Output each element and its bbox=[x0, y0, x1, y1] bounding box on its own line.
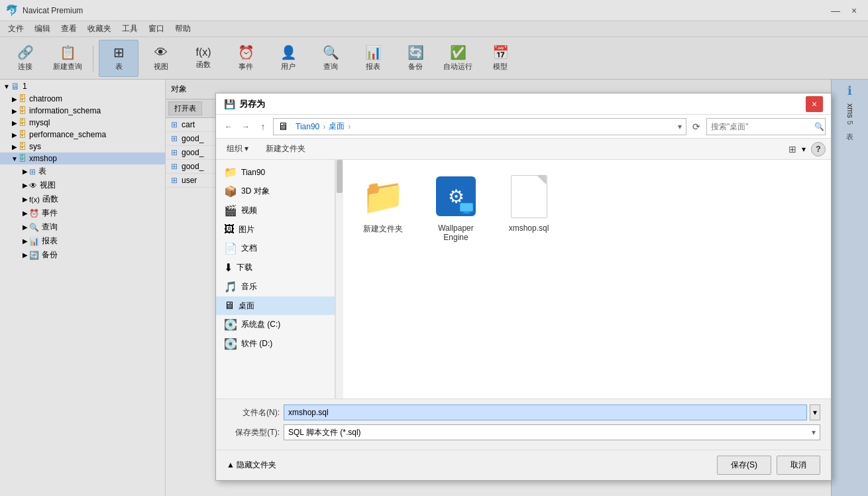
file-item-xmshop-sql[interactable]: xmshop.sql bbox=[502, 173, 555, 233]
nav-item-tian90[interactable]: 📁 Tian90 bbox=[216, 162, 335, 182]
filetype-dropdown-arrow: ▾ bbox=[812, 428, 816, 437]
address-folder-icon: 🖥 bbox=[278, 121, 288, 133]
new-folder-button[interactable]: 新建文件夹 bbox=[259, 142, 312, 156]
nav-item-pictures[interactable]: 🖼 图片 bbox=[216, 220, 335, 239]
hide-panel-button[interactable]: ▲ 隐藏文件夹 bbox=[227, 460, 276, 471]
nav-item-music[interactable]: 🎵 音乐 bbox=[216, 277, 335, 296]
sql-file-icon bbox=[511, 175, 547, 218]
filename-field: 文件名(N): ▾ bbox=[227, 404, 820, 420]
wallpaper-engine-icon: ⚙ bbox=[436, 176, 476, 216]
filename-dropdown-arrow: ▾ bbox=[810, 404, 820, 420]
nav-pictures-icon: 🖼 bbox=[224, 223, 235, 235]
nav-desktop-icon: 🖥 bbox=[224, 300, 235, 312]
save-dialog: 💾 另存为 × ← → ↑ 🖥 Tian90 › 桌面 › ▾ ⟳ 🔍 组织 ▾ bbox=[215, 93, 832, 481]
file-item-wallpaper-engine[interactable]: ⚙ Wallpaper Engine bbox=[429, 173, 482, 242]
nav-3d-icon: 📦 bbox=[224, 185, 237, 198]
file-label-xmshop-sql: xmshop.sql bbox=[509, 223, 549, 233]
search-input[interactable] bbox=[707, 122, 814, 131]
search-box: 🔍 bbox=[706, 118, 826, 135]
nav-item-c-drive[interactable]: 💽 系统盘 (C:) bbox=[216, 315, 335, 334]
address-bar: 🖥 Tian90 › 桌面 › ▾ bbox=[273, 118, 686, 135]
file-label-new-folder: 新建文件夹 bbox=[363, 223, 403, 235]
dialog-toolbar: 组织 ▾ 新建文件夹 ⊞ ▾ ? bbox=[216, 139, 831, 160]
crumb-desktop[interactable]: 桌面 bbox=[327, 121, 347, 132]
nav-tian90-icon: 📁 bbox=[224, 166, 237, 178]
nav-documents-icon: 📄 bbox=[224, 242, 237, 255]
svg-rect-0 bbox=[460, 203, 473, 212]
dialog-close-button[interactable]: × bbox=[806, 96, 823, 112]
address-crumb: Tian90 › 桌面 › bbox=[294, 121, 351, 132]
dialog-bottom-fields: 文件名(N): ▾ 保存类型(T): SQL 脚本文件 (*.sql) ▾ bbox=[216, 399, 831, 450]
nav-item-3d[interactable]: 📦 3D 对象 bbox=[216, 182, 335, 201]
dialog-title-text: 另存为 bbox=[239, 98, 806, 110]
svg-rect-1 bbox=[464, 212, 469, 213]
filetype-field: 保存类型(T): SQL 脚本文件 (*.sql) ▾ bbox=[227, 424, 820, 440]
nav-item-desktop[interactable]: 🖥 桌面 bbox=[216, 296, 335, 315]
dialog-body: 📁 Tian90 📦 3D 对象 🎬 视频 🖼 图片 📄 文档 ⬇ 下载 bbox=[216, 160, 831, 399]
filetype-label: 保存类型(T): bbox=[227, 427, 280, 438]
folder-icon: 📁 bbox=[362, 176, 405, 217]
nav-back-button[interactable]: ← bbox=[221, 119, 236, 134]
filetype-dropdown[interactable]: SQL 脚本文件 (*.sql) ▾ bbox=[284, 424, 820, 440]
nav-d-drive-icon: 💽 bbox=[224, 338, 237, 350]
nav-downloads-icon: ⬇ bbox=[224, 261, 233, 274]
nav-item-d-drive[interactable]: 💽 软件 (D:) bbox=[216, 334, 335, 353]
crumb-tian90[interactable]: Tian90 bbox=[294, 122, 321, 131]
nav-video-icon: 🎬 bbox=[224, 204, 237, 217]
scrollbar-thumb bbox=[337, 160, 343, 193]
address-dropdown-arrow[interactable]: ▾ bbox=[678, 122, 682, 131]
filename-label: 文件名(N): bbox=[227, 407, 280, 418]
nav-c-drive-icon: 💽 bbox=[224, 318, 237, 331]
save-button[interactable]: 保存(S) bbox=[717, 456, 771, 475]
nav-music-icon: 🎵 bbox=[224, 280, 237, 293]
nav-item-video[interactable]: 🎬 视频 bbox=[216, 201, 335, 220]
organize-button[interactable]: 组织 ▾ bbox=[221, 142, 254, 156]
left-nav-panel: 📁 Tian90 📦 3D 对象 🎬 视频 🖼 图片 📄 文档 ⬇ 下载 bbox=[216, 160, 335, 399]
cancel-button[interactable]: 取消 bbox=[777, 456, 820, 475]
search-icon: 🔍 bbox=[814, 122, 827, 131]
view-toggle-button[interactable]: ⊞ bbox=[785, 141, 800, 157]
dialog-actions: ▲ 隐藏文件夹 保存(S) 取消 bbox=[216, 450, 831, 480]
nav-up-button[interactable]: ↑ bbox=[256, 119, 270, 134]
file-area: 📁 新建文件夹 ⚙ Wallpaper Engine bbox=[343, 160, 831, 399]
dialog-title-bar: 💾 另存为 × bbox=[216, 93, 831, 115]
nav-item-downloads[interactable]: ⬇ 下载 bbox=[216, 258, 335, 277]
file-label-wallpaper-engine: Wallpaper Engine bbox=[429, 223, 482, 242]
svg-rect-2 bbox=[462, 213, 470, 214]
address-refresh-button[interactable]: ⟳ bbox=[689, 119, 704, 134]
monitor-icon bbox=[460, 203, 473, 214]
dialog-nav-bar: ← → ↑ 🖥 Tian90 › 桌面 › ▾ ⟳ 🔍 bbox=[216, 115, 831, 139]
nav-forward-button[interactable]: → bbox=[239, 119, 253, 134]
file-item-new-folder[interactable]: 📁 新建文件夹 bbox=[356, 173, 409, 235]
dialog-help-button[interactable]: ? bbox=[811, 142, 826, 156]
nav-item-documents[interactable]: 📄 文档 bbox=[216, 239, 335, 258]
left-nav-scrollbar[interactable] bbox=[335, 160, 343, 399]
dialog-title-icon: 💾 bbox=[224, 99, 235, 109]
filename-input[interactable] bbox=[284, 404, 807, 420]
